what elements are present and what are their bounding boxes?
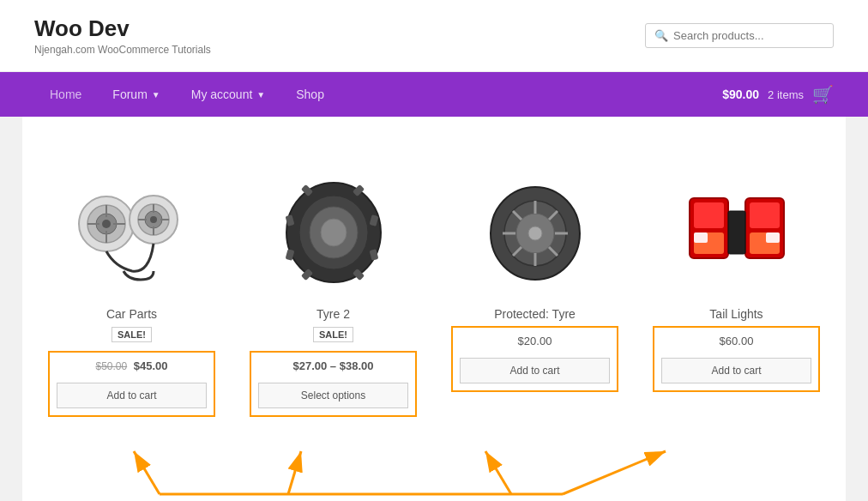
product-card-tyre2: Tyre 2 SALE! $27.00 – $38.00 Select opti… xyxy=(241,151,425,426)
cart-area: $90.00 2 items 🛒 xyxy=(722,84,834,105)
sale-badge-car-parts: SALE! xyxy=(112,327,152,342)
svg-rect-41 xyxy=(694,202,724,228)
price-range-tyre2: $27.00 – $38.00 xyxy=(293,359,374,372)
nav-items: Home Forum ▼ My account ▼ Shop xyxy=(34,75,722,113)
svg-line-53 xyxy=(563,451,666,494)
svg-line-51 xyxy=(288,451,301,494)
svg-rect-45 xyxy=(750,202,780,228)
price-area-car-parts: $50.00 $45.00 xyxy=(57,359,207,372)
add-to-cart-button-tail-lights[interactable]: Add to cart xyxy=(661,358,811,383)
svg-line-52 xyxy=(485,451,511,494)
navbar: Home Forum ▼ My account ▼ Shop $90.00 2 … xyxy=(0,72,868,117)
price-area-protected-tyre: $20.00 xyxy=(460,335,610,347)
nav-item-home[interactable]: Home xyxy=(34,75,97,113)
price-sale-car-parts: $45.00 xyxy=(134,359,168,372)
arrows-container xyxy=(39,434,829,501)
product-title-tail-lights: Tail Lights xyxy=(653,307,820,321)
product-box-car-parts: $50.00 $45.00 Add to cart xyxy=(48,351,215,417)
products-grid: Car Parts SALE! $50.00 $45.00 Add to car… xyxy=(39,151,829,426)
svg-point-39 xyxy=(528,226,542,240)
cart-count: 2 items xyxy=(768,88,804,101)
product-image-car-parts xyxy=(48,160,215,297)
svg-rect-47 xyxy=(766,232,780,243)
svg-point-3 xyxy=(102,220,111,228)
brand-subtitle: Njengah.com WooCommerce Tutorials xyxy=(34,44,211,56)
svg-rect-43 xyxy=(694,232,708,243)
product-title-protected-tyre: Protected: Tyre xyxy=(451,307,618,321)
product-card-tail-lights: Tail Lights $60.00 Add to cart xyxy=(644,151,829,426)
product-image-tyre2 xyxy=(250,160,417,297)
product-card-protected-tyre: Protected: Tyre $20.00 Add to cart xyxy=(443,151,627,426)
main-content: Car Parts SALE! $50.00 $45.00 Add to car… xyxy=(22,117,846,501)
chevron-down-icon: ▼ xyxy=(152,90,160,100)
price-original-car-parts: $50.00 xyxy=(95,360,127,372)
product-illustration-car-parts xyxy=(72,172,192,284)
price-single-tail-lights: $60.00 xyxy=(720,335,754,347)
product-illustration-tail-lights xyxy=(681,168,793,288)
product-illustration-tyre2 xyxy=(278,168,389,288)
nav-item-forum[interactable]: Forum ▼ xyxy=(97,75,175,113)
select-options-button-tyre2[interactable]: Select options xyxy=(258,383,408,408)
nav-item-myaccount[interactable]: My account ▼ xyxy=(176,75,281,113)
price-area-tyre2: $27.00 – $38.00 xyxy=(258,359,408,372)
cart-icon[interactable]: 🛒 xyxy=(812,84,834,105)
product-card-car-parts: Car Parts SALE! $50.00 $45.00 Add to car… xyxy=(39,151,224,426)
sale-badge-tyre2: SALE! xyxy=(313,327,353,342)
product-title-tyre2: Tyre 2 xyxy=(250,307,417,321)
search-bar[interactable]: 🔍 xyxy=(645,23,834,48)
add-to-cart-button-car-parts[interactable]: Add to cart xyxy=(57,383,207,408)
price-area-tail-lights: $60.00 xyxy=(661,335,811,347)
price-single-protected-tyre: $20.00 xyxy=(518,335,552,347)
product-image-tail-lights xyxy=(653,160,820,297)
svg-rect-48 xyxy=(728,211,745,254)
chevron-down-icon: ▼ xyxy=(256,90,265,100)
add-to-cart-button-protected-tyre[interactable]: Add to cart xyxy=(460,358,610,383)
product-box-protected-tyre: $20.00 Add to cart xyxy=(451,326,618,392)
product-box-tyre2: $27.00 – $38.00 Select options xyxy=(250,351,417,417)
svg-line-50 xyxy=(134,451,160,494)
cart-amount: $90.00 xyxy=(722,88,759,101)
product-image-protected-tyre xyxy=(451,160,618,297)
product-box-tail-lights: $60.00 Add to cart xyxy=(653,326,820,392)
brand-title: Woo Dev xyxy=(34,15,211,42)
product-title-car-parts: Car Parts xyxy=(48,307,215,321)
annotation-arrows xyxy=(39,434,829,501)
brand: Woo Dev Njengah.com WooCommerce Tutorial… xyxy=(34,15,211,56)
svg-point-19 xyxy=(321,219,347,246)
nav-item-shop[interactable]: Shop xyxy=(280,75,340,113)
header: Woo Dev Njengah.com WooCommerce Tutorial… xyxy=(0,0,868,72)
product-illustration-protected-tyre xyxy=(479,166,591,291)
svg-point-11 xyxy=(150,216,157,223)
search-icon: 🔍 xyxy=(654,29,668,42)
search-input[interactable] xyxy=(673,29,824,42)
